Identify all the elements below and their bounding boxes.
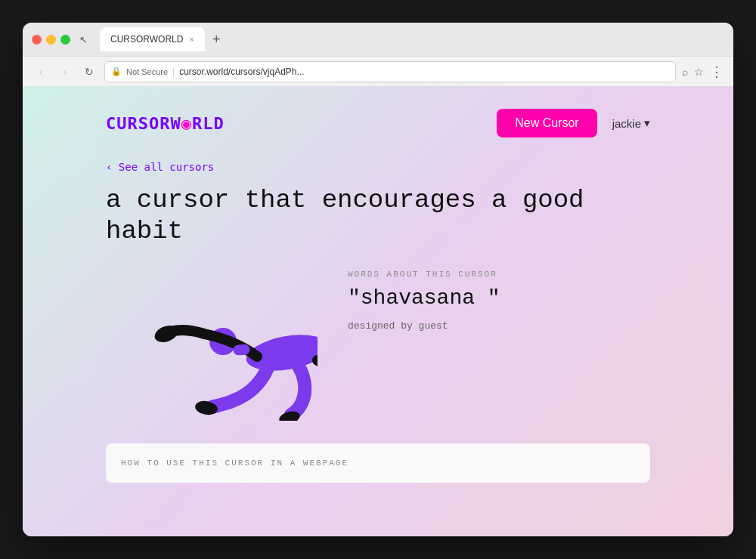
words-about-label: WORDS ABOUT THIS CURSOR bbox=[348, 270, 650, 279]
not-secure-label: Not Secure bbox=[126, 67, 168, 76]
how-to-label: HOW TO USE THIS CURSOR IN A WEBPAGE bbox=[121, 459, 635, 468]
page-inner: CURSORW◉RLD New Cursor jackie ▾ ‹ See al… bbox=[76, 86, 680, 505]
header-right: New Cursor jackie ▾ bbox=[497, 109, 650, 137]
page-title: a cursor that encourages a good habit bbox=[106, 185, 650, 247]
back-button[interactable]: ‹ bbox=[32, 63, 50, 81]
site-header: CURSORW◉RLD New Cursor jackie ▾ bbox=[106, 109, 650, 137]
shavasana-illustration bbox=[106, 270, 318, 421]
back-link[interactable]: ‹ See all cursors bbox=[106, 161, 214, 173]
designed-by: designed by guest bbox=[348, 320, 650, 332]
minimize-button[interactable] bbox=[46, 35, 56, 45]
address-bar: ‹ › ↻ 🔒 Not Secure | cursor.world/cursor… bbox=[23, 56, 733, 86]
browser-window: ↖ CURSORWORLD × + ‹ › ↻ 🔒 Not Secure | c… bbox=[23, 23, 733, 536]
url-divider: | bbox=[172, 66, 175, 77]
dropdown-icon: ▾ bbox=[644, 116, 650, 130]
tab-title: CURSORWORLD bbox=[110, 34, 183, 45]
user-menu-button[interactable]: jackie ▾ bbox=[612, 116, 650, 130]
logo-accent: ◉ bbox=[181, 114, 192, 133]
cursor-info: WORDS ABOUT THIS CURSOR "shavasana " des… bbox=[348, 270, 650, 332]
new-cursor-button[interactable]: New Cursor bbox=[497, 109, 596, 137]
reload-button[interactable]: ↻ bbox=[80, 63, 98, 81]
new-tab-button[interactable]: + bbox=[208, 32, 225, 46]
logo[interactable]: CURSORW◉RLD bbox=[106, 114, 225, 133]
content-grid: WORDS ABOUT THIS CURSOR "shavasana " des… bbox=[106, 270, 650, 421]
traffic-lights bbox=[32, 35, 70, 45]
bookmark-button[interactable]: ☆ bbox=[694, 66, 704, 78]
tab-close-icon[interactable]: × bbox=[189, 35, 194, 44]
url-text: cursor.world/cursors/vjqAdPh... bbox=[179, 66, 304, 77]
close-button[interactable] bbox=[32, 35, 42, 45]
user-label: jackie bbox=[612, 117, 641, 130]
page-content: CURSORW◉RLD New Cursor jackie ▾ ‹ See al… bbox=[23, 86, 733, 536]
browser-menu-button[interactable]: ⋮ bbox=[710, 63, 724, 80]
how-to-section: HOW TO USE THIS CURSOR IN A WEBPAGE bbox=[106, 443, 650, 483]
maximize-button[interactable] bbox=[60, 35, 70, 45]
tab-area: CURSORWORLD × + bbox=[100, 27, 724, 51]
url-bar[interactable]: 🔒 Not Secure | cursor.world/cursors/vjqA… bbox=[104, 61, 676, 82]
back-link-text: ‹ See all cursors bbox=[106, 161, 214, 173]
lock-icon: 🔒 bbox=[111, 66, 122, 76]
active-tab[interactable]: CURSORWORLD × bbox=[100, 27, 205, 51]
search-button[interactable]: ⌕ bbox=[682, 66, 688, 78]
cursor-name: "shavasana " bbox=[348, 286, 650, 310]
url-actions: ⌕ ☆ bbox=[682, 66, 704, 78]
cursor-illustration bbox=[106, 270, 318, 421]
forward-button[interactable]: › bbox=[56, 63, 74, 81]
title-bar: ↖ CURSORWORLD × + bbox=[23, 23, 733, 56]
cursor-arrow-icon: ↖ bbox=[79, 34, 88, 45]
